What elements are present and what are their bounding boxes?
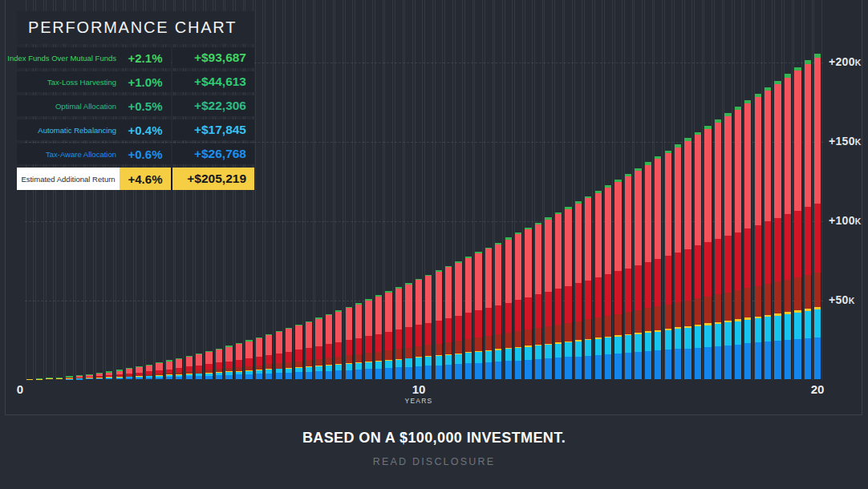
tax-loss-segment <box>505 303 512 333</box>
stacked-bar <box>565 207 572 379</box>
auto-rebalancing-segment <box>755 318 761 342</box>
tax-aware-segment <box>675 349 681 378</box>
stacked-bar <box>365 299 372 379</box>
tax-loss-segment <box>614 271 621 313</box>
x-tick-10: 10YEARS <box>395 382 443 405</box>
tax-aware-segment <box>525 360 531 379</box>
index-funds-segment <box>545 220 551 292</box>
index-funds-segment <box>704 129 711 243</box>
tax-aware-segment <box>724 346 731 379</box>
legend-row-1: Index Funds Over Mutual Funds+2.1%+$93,6… <box>17 47 254 68</box>
auto-rebalancing-segment <box>765 317 771 341</box>
optimal-allocation-segment <box>794 277 801 311</box>
tax-aware-segment <box>515 361 521 379</box>
tax-loss-segment <box>535 294 541 328</box>
stacked-bar <box>146 365 153 380</box>
tax-loss-segment <box>794 211 801 277</box>
optimal-allocation-segment <box>465 339 472 352</box>
index-funds-segment <box>375 297 382 334</box>
tax-aware-segment <box>276 373 282 379</box>
auto-rebalancing-segment <box>744 320 751 344</box>
auto-rebalancing-segment <box>655 332 661 351</box>
y-tick-suffix: K <box>855 137 862 147</box>
index-funds-segment <box>684 141 691 249</box>
index-funds-segment <box>695 135 701 245</box>
tax-aware-segment <box>286 373 292 379</box>
tax-loss-segment <box>326 344 332 358</box>
auto-rebalancing-segment <box>455 354 461 365</box>
tax-aware-segment <box>335 370 342 379</box>
index-funds-segment <box>785 78 791 215</box>
index-funds-segment <box>436 272 442 321</box>
tax-aware-segment <box>186 376 193 379</box>
tax-loss-segment <box>236 360 242 367</box>
legend-row-4: Automatic Rebalancing+0.4%+$17,845 <box>17 119 254 140</box>
stacked-bar <box>715 119 722 379</box>
stacked-bar <box>794 67 801 379</box>
stacked-bar <box>724 113 732 379</box>
legend-total-value: +$205,219 <box>172 168 254 190</box>
tax-aware-segment <box>445 365 452 379</box>
stacked-bar <box>595 191 602 379</box>
auto-rebalancing-segment <box>724 322 731 345</box>
optimal-allocation-segment <box>395 349 402 358</box>
tax-loss-segment <box>375 334 382 352</box>
tax-aware-segment <box>96 378 103 379</box>
tax-aware-segment <box>425 366 432 379</box>
index-funds-segment <box>335 312 342 342</box>
stacked-bar <box>614 180 622 379</box>
legend-row-percent: +0.4% <box>120 119 171 140</box>
stacked-bar <box>66 376 73 379</box>
index-funds-segment <box>326 315 332 344</box>
index-funds-segment <box>405 285 412 328</box>
index-funds-segment <box>455 263 461 316</box>
tax-aware-segment <box>755 342 761 379</box>
tax-loss-segment <box>675 253 681 302</box>
tax-loss-segment <box>805 207 811 275</box>
read-disclosure-link[interactable]: READ DISCLOSURE <box>0 456 868 467</box>
tax-aware-segment <box>436 366 442 379</box>
tax-loss-segment <box>565 286 571 323</box>
auto-rebalancing-segment <box>515 348 521 361</box>
tax-aware-segment <box>704 347 711 379</box>
tax-aware-segment <box>505 361 512 379</box>
tax-aware-segment <box>695 348 701 379</box>
tax-aware-segment <box>785 340 791 379</box>
legend-row-label: Index Funds Over Mutual Funds <box>17 47 120 68</box>
index-funds-segment <box>715 123 721 239</box>
y-tick-suffix: K <box>855 216 862 226</box>
tax-loss-segment <box>684 249 691 301</box>
auto-rebalancing-segment <box>774 316 781 341</box>
stacked-bar <box>765 87 772 379</box>
optimal-allocation-segment <box>605 316 611 337</box>
optimal-allocation-segment <box>505 333 512 348</box>
index-funds-segment <box>765 91 771 221</box>
auto-rebalancing-segment <box>805 311 811 338</box>
tax-loss-segment <box>785 214 791 279</box>
auto-rebalancing-segment <box>545 345 551 358</box>
x-tick-20: 20 <box>793 382 842 396</box>
tax-loss-segment <box>306 348 312 360</box>
auto-rebalancing-segment <box>405 358 412 366</box>
legend-total-row: Estimated Additional Return+4.6%+$205,21… <box>17 168 254 190</box>
tax-aware-segment <box>635 352 641 379</box>
index-funds-segment <box>535 224 541 294</box>
legend-rows: Index Funds Over Mutual Funds+2.1%+$93,6… <box>17 47 254 190</box>
index-funds-segment <box>186 357 193 366</box>
stacked-bar <box>445 266 452 379</box>
optimal-allocation-segment <box>715 294 721 322</box>
stacked-bar <box>585 196 592 379</box>
tax-aware-segment <box>176 377 182 379</box>
index-funds-segment <box>395 289 402 329</box>
x-axis-unit-label: YEARS <box>395 397 443 405</box>
stacked-bar <box>276 331 283 379</box>
tax-aware-segment <box>475 363 481 379</box>
legend-row-percent: +0.6% <box>120 143 171 164</box>
optimal-allocation-segment <box>436 344 442 355</box>
stacked-bar <box>575 201 582 379</box>
stacked-bar <box>335 310 343 379</box>
stacked-bar <box>455 261 462 379</box>
tax-loss-segment <box>605 274 611 316</box>
stacked-bar <box>385 291 392 379</box>
index-funds-segment <box>315 319 322 346</box>
